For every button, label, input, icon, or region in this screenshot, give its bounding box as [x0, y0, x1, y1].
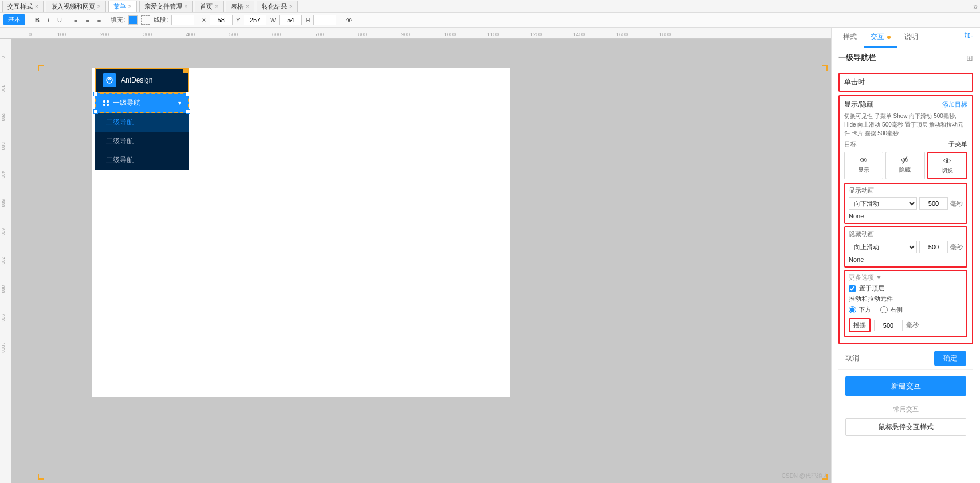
divider-1	[29, 16, 29, 24]
tab-table[interactable]: 表格 ×	[226, 1, 254, 12]
more-options-title[interactable]: 更多选项 ▼	[849, 273, 963, 282]
target-value: 子菜单	[948, 140, 967, 148]
ruler-vtick-600: 600	[1, 228, 6, 235]
nav-item-selected[interactable]: 一级导航 ▾	[95, 93, 189, 113]
bold-icon[interactable]: B	[33, 15, 42, 25]
direction-right-radio[interactable]	[880, 306, 888, 313]
show-hide-section: 显示/隐藏 添加目标 切换可见性 子菜单 Show 向下滑动 500毫秒, Hi…	[838, 95, 973, 344]
line-value-input[interactable]	[171, 15, 194, 25]
tab-file-manager[interactable]: 亲爱文件管理 ×	[139, 1, 193, 12]
ruler-tick-1000: 1000	[444, 32, 456, 37]
line-label: 线段:	[154, 15, 168, 24]
confirm-button[interactable]: 确定	[934, 351, 966, 366]
nav-sub-item-3[interactable]: 二级导航	[95, 151, 189, 170]
w-input[interactable]	[279, 15, 302, 25]
align-right-icon[interactable]: ≡	[95, 15, 103, 25]
eye-hide-icon: 👁⁄	[901, 156, 909, 165]
x-input[interactable]	[210, 15, 233, 25]
y-input[interactable]	[244, 15, 266, 25]
handle-bl[interactable]	[93, 109, 98, 114]
add-target-button[interactable]: 添加目标	[942, 100, 967, 109]
direction-right-label[interactable]: 右侧	[890, 305, 903, 314]
tab-style[interactable]: 样式	[836, 28, 864, 48]
push-drag-label: 推动和拉动元件	[849, 294, 963, 303]
close-icon-6[interactable]: ×	[289, 3, 293, 10]
fill-color-swatch[interactable]	[128, 15, 138, 25]
direction-below-item[interactable]: 下方	[849, 305, 871, 314]
tab-more-icon[interactable]: »	[973, 2, 978, 11]
tab-interaction[interactable]: 交互	[864, 28, 897, 48]
tab-interaction-style[interactable]: 交互样式 ×	[2, 1, 44, 12]
panel-content: 单击时 显示/隐藏 添加目标 切换可见性 子菜单 Show 向下滑动 500毫秒…	[832, 68, 980, 483]
underline-icon[interactable]: U	[55, 15, 64, 25]
new-interaction-button[interactable]: 新建交互	[845, 376, 966, 396]
basic-button[interactable]: 基本	[3, 14, 25, 25]
ruler-vtick-300: 300	[1, 142, 6, 150]
svg-rect-1	[103, 100, 105, 103]
settings-icon[interactable]: ⊞	[966, 53, 973, 62]
nav-item-expand-icon[interactable]: ▾	[178, 100, 181, 106]
corner-marker-tr	[822, 65, 828, 71]
ruler-tick-900: 900	[401, 32, 410, 37]
close-icon-1[interactable]: ×	[97, 3, 101, 10]
align-center-icon[interactable]: ≡	[83, 15, 91, 25]
tab-description[interactable]: 说明	[897, 28, 925, 48]
show-anim-select[interactable]: 向下滑动	[849, 197, 917, 210]
align-left-icon[interactable]: ≡	[72, 15, 80, 25]
tab-menu[interactable]: 菜单 ×	[108, 1, 137, 12]
show-anim-ms-input[interactable]	[919, 197, 948, 210]
direction-below-radio[interactable]	[849, 306, 856, 313]
top-layer-row: 置于顶层	[849, 284, 963, 293]
add-button[interactable]: 加-	[962, 28, 975, 48]
hide-label: 隐藏	[899, 166, 911, 174]
eye-icon[interactable]: 👁	[344, 15, 355, 25]
ruler-tick-200: 200	[100, 32, 109, 37]
direction-below-label[interactable]: 下方	[859, 305, 871, 314]
handle-br[interactable]	[186, 109, 190, 114]
csdn-watermark: CSDN @代码浪人	[782, 472, 828, 480]
handle-tr[interactable]	[186, 92, 190, 96]
canvas-wrapper[interactable]: 0 100 200 300 400 500 600 700 800 900 10…	[0, 28, 831, 483]
hide-anim-select[interactable]: 向上滑动	[849, 241, 917, 253]
nav-sub-item-1[interactable]: 二级导航	[95, 113, 189, 132]
cancel-button[interactable]: 取消	[845, 354, 859, 363]
nav-sub-item-2[interactable]: 二级导航	[95, 132, 189, 151]
direction-right-item[interactable]: 右侧	[880, 305, 903, 314]
nav-component: AntDesign 一级导航 ▾	[95, 68, 189, 170]
nav-header-handle[interactable]	[183, 68, 189, 73]
nav-logo	[103, 73, 116, 87]
italic-icon[interactable]: I	[45, 15, 52, 25]
tab-home[interactable]: 首页 ×	[195, 1, 224, 12]
hide-anim-label: 隐藏动画	[849, 230, 963, 238]
close-icon-5[interactable]: ×	[246, 3, 249, 10]
ruler-vtick-0: 0	[1, 56, 6, 58]
eye-toggle-icon: 👁	[943, 156, 951, 166]
fill-opacity-icon[interactable]	[141, 15, 150, 25]
h-input[interactable]	[313, 15, 336, 25]
main-layout: 0 100 200 300 400 500 600 700 800 900 10…	[0, 28, 980, 483]
canvas-content[interactable]: AntDesign 一级导航 ▾	[11, 39, 831, 483]
toggle-button[interactable]: 👁 切换	[927, 152, 967, 179]
nav-header[interactable]: AntDesign	[95, 68, 189, 93]
tab-convert[interactable]: 转化结果 ×	[257, 1, 298, 12]
close-icon-2[interactable]: ×	[128, 3, 132, 10]
h-label: H	[305, 17, 310, 23]
tab-embed-video[interactable]: 嵌入视频和网页 ×	[46, 1, 106, 12]
handle-tl[interactable]	[93, 92, 98, 96]
show-button[interactable]: 👁 显示	[844, 152, 883, 179]
close-icon-0[interactable]: ×	[35, 3, 38, 10]
hide-anim-row: 向上滑动 毫秒	[849, 241, 963, 253]
mouse-hover-button[interactable]: 鼠标悬停交互样式	[845, 418, 966, 436]
close-icon-3[interactable]: ×	[185, 3, 188, 10]
close-icon-4[interactable]: ×	[215, 3, 218, 10]
shake-input[interactable]	[874, 320, 903, 331]
top-layer-checkbox[interactable]	[849, 285, 856, 292]
hide-button[interactable]: 👁⁄ 隐藏	[885, 152, 924, 179]
show-none-row: None	[849, 211, 963, 221]
svg-rect-2	[107, 100, 109, 103]
hide-anim-ms-input[interactable]	[919, 241, 948, 253]
show-hide-header: 显示/隐藏 添加目标	[844, 100, 967, 109]
top-layer-label[interactable]: 置于顶层	[859, 284, 884, 293]
show-anim-row: 向下滑动 毫秒	[849, 197, 963, 210]
ruler-tick-600: 600	[272, 32, 281, 37]
